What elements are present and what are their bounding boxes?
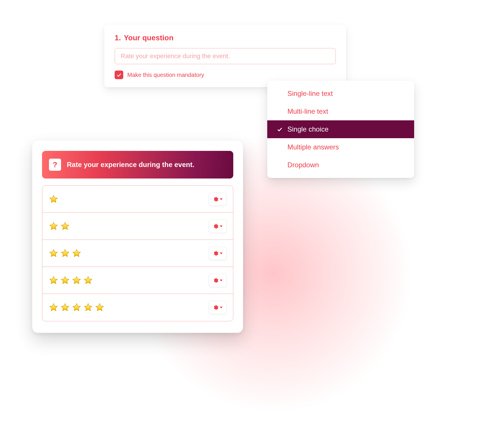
question-number: 1. xyxy=(115,33,121,42)
check-icon-slot xyxy=(276,90,283,97)
check-icon-slot xyxy=(276,108,283,115)
option-row[interactable] xyxy=(42,213,233,240)
check-icon-slot xyxy=(276,126,283,133)
option-row[interactable] xyxy=(42,186,233,213)
option-row[interactable] xyxy=(42,240,233,267)
option-list xyxy=(42,185,233,321)
stars-1 xyxy=(49,194,58,204)
caret-down-icon xyxy=(220,280,223,281)
star-icon xyxy=(49,194,58,204)
stars-4 xyxy=(49,276,93,285)
star-icon xyxy=(60,276,70,285)
gear-icon xyxy=(213,278,219,283)
question-title-text: Your question xyxy=(124,33,174,42)
question-editor-card: 1. Your question Make this question mand… xyxy=(104,25,346,87)
question-preview-card: ? Rate your experience during the event. xyxy=(32,141,243,333)
question-type-menu: Single-line text Multi-line text Single … xyxy=(267,81,414,178)
type-option-label: Single choice xyxy=(287,125,329,133)
caret-down-icon xyxy=(220,198,223,200)
star-icon xyxy=(60,303,70,312)
mandatory-label: Make this question mandatory xyxy=(127,72,204,78)
gear-icon xyxy=(213,223,219,229)
star-icon xyxy=(60,221,70,231)
option-row[interactable] xyxy=(42,294,233,321)
star-icon xyxy=(49,248,58,258)
star-icon xyxy=(95,303,105,312)
star-icon xyxy=(83,303,93,312)
gear-icon xyxy=(213,250,219,256)
type-option-dropdown[interactable]: Dropdown xyxy=(267,156,414,174)
option-settings-button[interactable] xyxy=(209,247,227,260)
mandatory-checkbox[interactable] xyxy=(115,71,123,79)
star-icon xyxy=(49,276,58,285)
gear-icon xyxy=(213,305,219,310)
type-option-single-line-text[interactable]: Single-line text xyxy=(267,85,414,102)
type-option-single-choice[interactable]: Single choice xyxy=(267,120,414,138)
star-icon xyxy=(72,303,82,312)
type-option-label: Dropdown xyxy=(287,161,319,169)
stars-5 xyxy=(49,303,105,312)
star-icon xyxy=(49,221,58,231)
question-mark-icon: ? xyxy=(49,159,61,171)
gear-icon xyxy=(213,196,219,202)
preview-title: Rate your experience during the event. xyxy=(67,161,194,169)
check-icon xyxy=(276,126,283,132)
star-icon xyxy=(72,276,82,285)
star-icon xyxy=(60,248,70,258)
caret-down-icon xyxy=(220,225,223,227)
question-title: 1. Your question xyxy=(115,33,336,42)
caret-down-icon xyxy=(220,307,223,308)
type-option-multi-line-text[interactable]: Multi-line text xyxy=(267,102,414,120)
check-icon-slot xyxy=(276,143,283,151)
option-settings-button[interactable] xyxy=(209,220,227,233)
option-settings-button[interactable] xyxy=(209,193,227,206)
caret-down-icon xyxy=(220,253,223,254)
option-settings-button[interactable] xyxy=(209,301,227,314)
preview-header: ? Rate your experience during the event. xyxy=(42,151,233,179)
star-icon xyxy=(72,248,82,258)
type-option-label: Single-line text xyxy=(287,90,333,98)
question-mark-glyph: ? xyxy=(53,160,57,169)
star-icon xyxy=(49,303,58,312)
stars-3 xyxy=(49,248,82,258)
mandatory-row: Make this question mandatory xyxy=(115,71,336,79)
check-icon xyxy=(116,72,122,78)
type-option-multiple-answers[interactable]: Multiple answers xyxy=(267,138,414,156)
type-option-label: Multi-line text xyxy=(287,107,328,115)
option-settings-button[interactable] xyxy=(209,274,227,287)
check-icon-slot xyxy=(276,161,283,169)
option-row[interactable] xyxy=(42,267,233,294)
star-icon xyxy=(83,276,93,285)
type-option-label: Multiple answers xyxy=(287,143,339,151)
question-text-input[interactable] xyxy=(115,48,336,64)
stars-2 xyxy=(49,221,70,231)
